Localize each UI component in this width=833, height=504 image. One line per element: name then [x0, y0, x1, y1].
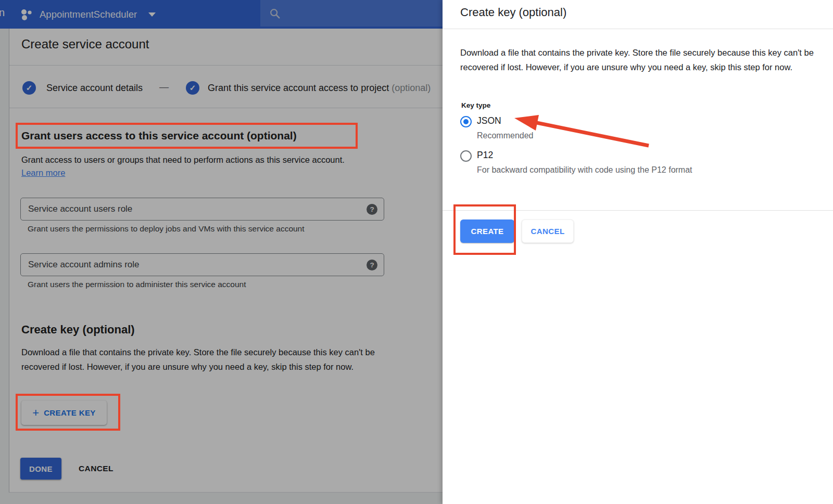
radio-json[interactable]	[460, 116, 472, 127]
create-button[interactable]: CREATE	[460, 219, 514, 243]
panel-description: Download a file that contains the privat…	[460, 46, 825, 74]
radio-p12-sublabel: For backward compatibility with code usi…	[477, 165, 692, 175]
radio-p12-label[interactable]: P12	[477, 150, 493, 161]
radio-json-label[interactable]: JSON	[477, 115, 501, 126]
cancel-button[interactable]: CANCEL	[522, 219, 574, 243]
create-key-panel: Create key (optional) Download a file th…	[443, 0, 833, 504]
screen: n AppointmentScheduler Create service ac…	[0, 0, 833, 504]
panel-title: Create key (optional)	[460, 6, 566, 19]
radio-selected-dot	[463, 119, 469, 124]
divider	[443, 29, 833, 29]
key-type-label: Key type	[461, 101, 490, 109]
divider	[443, 210, 833, 211]
radio-p12[interactable]	[460, 150, 472, 162]
modal-scrim	[0, 0, 443, 504]
radio-json-sublabel: Recommended	[477, 131, 534, 140]
